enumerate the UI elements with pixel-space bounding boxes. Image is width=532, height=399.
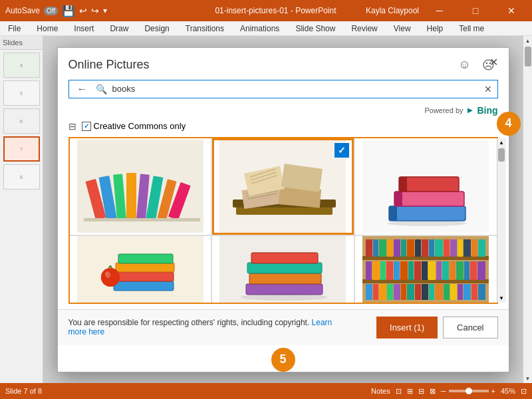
search-clear-button[interactable]: ✕: [484, 84, 492, 94]
svg-rect-80: [470, 261, 477, 280]
footer-buttons: Insert (1) Cancel: [376, 317, 497, 338]
svg-rect-34: [116, 263, 174, 272]
svg-rect-75: [436, 261, 442, 280]
svg-rect-81: [477, 261, 485, 280]
save-icon[interactable]: 💾: [62, 5, 75, 17]
svg-point-37: [101, 268, 120, 287]
tab-home[interactable]: Home: [34, 21, 61, 35]
smiley-happy-icon[interactable]: ☺: [456, 56, 474, 74]
view-grid-icon[interactable]: ⊞: [407, 387, 413, 396]
svg-rect-93: [444, 284, 450, 300]
image-cell-6[interactable]: [355, 236, 497, 303]
image-cell-1[interactable]: [70, 138, 211, 235]
scroll-thumb[interactable]: [525, 47, 531, 66]
tab-tellme[interactable]: Tell me: [456, 21, 487, 35]
filter-bar: ⊟ ✓ Creative Commons only: [58, 118, 509, 137]
bing-logo-icon: ►: [466, 105, 475, 115]
svg-rect-79: [464, 261, 469, 280]
image-cell-2[interactable]: ✓: [212, 138, 354, 235]
svg-rect-77: [450, 261, 456, 280]
library-svg: [362, 236, 489, 303]
titlebar-filename: 01-insert-pictures-01 - PowerPoint: [186, 6, 366, 15]
tab-animations[interactable]: Animations: [237, 21, 282, 35]
tab-review[interactable]: Review: [348, 21, 380, 35]
creative-commons-filter[interactable]: ✓ Creative Commons only: [82, 121, 186, 131]
step-5-label: 5: [279, 352, 286, 366]
svg-rect-51: [387, 239, 393, 257]
filter-icon[interactable]: ⊟: [68, 121, 76, 132]
view-reading-icon[interactable]: ⊟: [418, 387, 424, 396]
view-presenter-icon[interactable]: ⊠: [430, 387, 436, 396]
autosave-toggle[interactable]: Off: [44, 7, 58, 15]
content-area: ✕ Online Pictures ☺ ☹ ← 🔍 ✕: [43, 36, 523, 383]
svg-rect-9: [84, 218, 200, 221]
search-back-button[interactable]: ←: [74, 83, 90, 95]
bing-logo: Bing: [477, 105, 497, 116]
titlebar-left: AutoSave Off 💾 ↩ ↪ ▾: [5, 5, 186, 17]
slide-thumb-8[interactable]: 8: [3, 164, 40, 190]
step-4-badge: 4: [497, 112, 521, 136]
main-scrollbar-right[interactable]: ▲ ▼: [523, 36, 532, 383]
dialog-title: Online Pictures: [68, 58, 150, 72]
svg-rect-84: [379, 284, 386, 300]
image-cell-5[interactable]: [212, 236, 354, 303]
tab-draw[interactable]: Draw: [107, 21, 131, 35]
image-cell-3[interactable]: [355, 138, 497, 235]
slide-thumb-6[interactable]: 6: [3, 108, 40, 134]
image-grid: ✓: [70, 138, 497, 303]
grid-scrollbar[interactable]: ▲ ▼: [497, 138, 506, 303]
scroll-down-arrow[interactable]: ▼: [523, 374, 533, 383]
tab-insert[interactable]: Insert: [71, 21, 96, 35]
titlebar-right: Kayla Claypool ─ □ ✕: [366, 0, 527, 21]
filter-label: Creative Commons only: [94, 121, 186, 131]
minimize-button[interactable]: ─: [424, 0, 455, 21]
svg-rect-41: [249, 273, 321, 284]
footer-text: You are responsible for respecting other…: [68, 318, 334, 336]
svg-rect-33: [117, 272, 174, 281]
svg-rect-48: [366, 239, 372, 257]
statusbar-slide-info: Slide 7 of 8: [5, 387, 42, 395]
zoom-track[interactable]: [449, 390, 489, 392]
more-commands-icon[interactable]: ▾: [103, 6, 107, 15]
svg-rect-87: [401, 284, 406, 300]
tab-view[interactable]: View: [391, 21, 414, 35]
view-normal-icon[interactable]: ⊡: [396, 387, 402, 396]
slide-thumb-7[interactable]: 7: [3, 136, 40, 162]
dialog-close-button[interactable]: ✕: [484, 53, 503, 71]
scroll-up-arrow[interactable]: ▲: [523, 36, 533, 45]
search-input[interactable]: [112, 84, 479, 94]
svg-rect-65: [366, 261, 372, 280]
image-grid-container: ✓: [68, 137, 498, 304]
maximize-button[interactable]: □: [460, 0, 491, 21]
zoom-slider[interactable]: ─ +: [441, 387, 495, 395]
powered-by-bar: Powered by ► Bing: [58, 104, 509, 118]
tab-slideshow[interactable]: Slide Show: [293, 21, 338, 35]
svg-rect-58: [435, 239, 443, 257]
selected-check-icon: ✓: [334, 143, 349, 158]
books-stack-svg: [219, 236, 346, 303]
close-button[interactable]: ✕: [496, 0, 527, 21]
svg-rect-52: [394, 239, 400, 257]
checkbox-box[interactable]: ✓: [82, 122, 91, 131]
svg-rect-54: [407, 239, 414, 257]
svg-rect-67: [380, 261, 386, 280]
insert-button[interactable]: Insert (1): [376, 317, 438, 338]
tab-file[interactable]: File: [5, 21, 23, 35]
statusbar-right: Notes ⊡ ⊞ ⊟ ⊠ ─ + 45% ⊡: [371, 387, 527, 396]
slide-thumb-5[interactable]: 5: [3, 80, 40, 106]
slides-panel: Slides 4 5 6 7 8: [0, 36, 43, 383]
svg-rect-35: [118, 254, 173, 263]
cancel-button[interactable]: Cancel: [443, 317, 497, 338]
svg-rect-97: [471, 284, 477, 300]
fit-page-icon[interactable]: ⊡: [521, 387, 527, 396]
redo-icon[interactable]: ↪: [91, 5, 99, 16]
image-cell-4[interactable]: [70, 236, 211, 303]
tab-help[interactable]: Help: [424, 21, 446, 35]
slide-thumb-4[interactable]: 4: [3, 53, 40, 78]
books-open-svg: [219, 140, 346, 233]
notes-button[interactable]: Notes: [371, 387, 390, 395]
svg-rect-28: [399, 177, 459, 192]
tab-design[interactable]: Design: [142, 21, 172, 35]
tab-transitions[interactable]: Transitions: [183, 21, 227, 35]
undo-icon[interactable]: ↩: [79, 5, 87, 16]
